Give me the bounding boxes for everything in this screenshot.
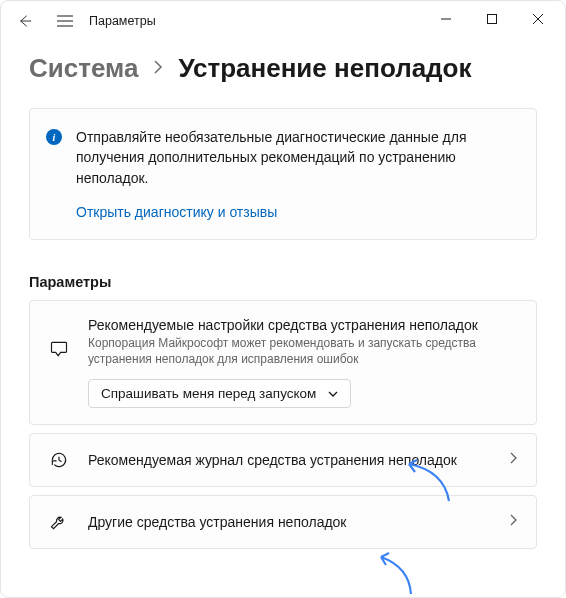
menu-button[interactable] (45, 1, 85, 41)
other-troubleshooters-card[interactable]: Другие средства устранения неполадок (29, 495, 537, 549)
section-heading: Параметры (29, 274, 537, 290)
history-title: Рекомендуемая журнал средства устранения… (88, 452, 491, 468)
breadcrumb: Система Устранение неполадок (29, 53, 537, 84)
recommended-desc: Корпорация Майкрософт может рекомендоват… (88, 335, 518, 367)
chevron-right-icon (509, 451, 518, 469)
open-diagnostics-link[interactable]: Открыть диагностику и отзывы (76, 204, 277, 220)
troubleshoot-history-card[interactable]: Рекомендуемая журнал средства устранения… (29, 433, 537, 487)
dropdown-value: Спрашивать меня перед запуском (101, 386, 316, 401)
breadcrumb-current: Устранение неполадок (178, 53, 471, 84)
info-banner: i Отправляйте необязательные диагностиче… (29, 108, 537, 240)
chevron-right-icon (152, 59, 164, 79)
content: Система Устранение неполадок i Отправляй… (1, 41, 565, 577)
back-button[interactable] (5, 1, 45, 41)
breadcrumb-parent[interactable]: Система (29, 53, 138, 84)
minimize-button[interactable] (423, 3, 469, 35)
history-icon (48, 450, 70, 470)
other-title: Другие средства устранения неполадок (88, 514, 491, 530)
chat-icon (48, 339, 70, 359)
chevron-down-icon (328, 386, 338, 401)
info-text: Отправляйте необязательные диагностическ… (76, 127, 516, 188)
titlebar: Параметры (1, 1, 565, 41)
wrench-icon (48, 512, 70, 532)
troubleshooter-preference-dropdown[interactable]: Спрашивать меня перед запуском (88, 379, 351, 408)
recommended-title: Рекомендуемые настройки средства устране… (88, 317, 518, 333)
info-icon: i (46, 129, 62, 145)
window-title: Параметры (89, 14, 156, 28)
svg-rect-0 (488, 15, 497, 24)
window-controls (423, 7, 561, 35)
close-button[interactable] (515, 3, 561, 35)
maximize-button[interactable] (469, 3, 515, 35)
chevron-right-icon (509, 513, 518, 531)
recommended-settings-card: Рекомендуемые настройки средства устране… (29, 300, 537, 425)
